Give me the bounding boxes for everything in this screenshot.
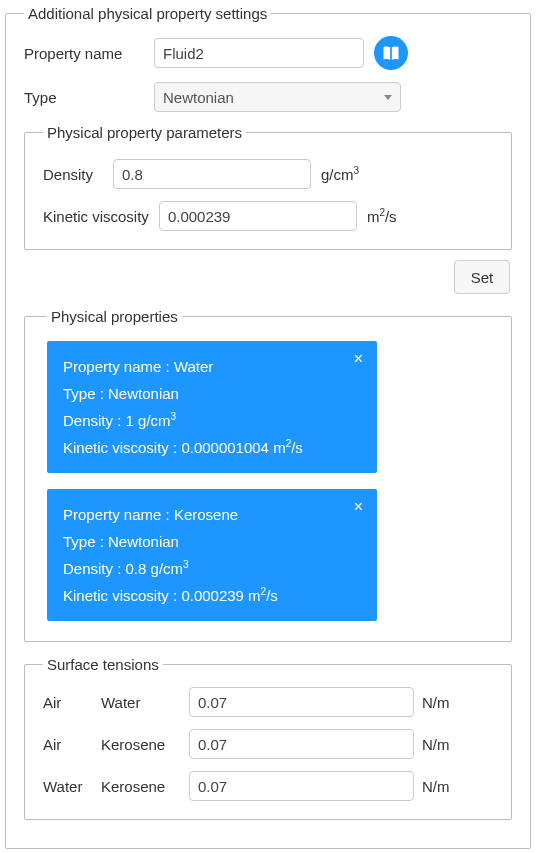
tension-unit: N/m — [422, 778, 450, 795]
book-icon[interactable] — [374, 36, 408, 70]
density-label: Density — [43, 166, 103, 183]
tension-fluid-a: Air — [43, 694, 93, 711]
card-viscosity: Kinetic viscosity : 0.000239 m2/s — [63, 582, 361, 609]
type-select[interactable]: Newtonian — [154, 82, 401, 112]
density-unit: g/cm3 — [321, 165, 359, 183]
viscosity-label: Kinetic viscosity — [43, 208, 149, 225]
tension-fluid-a: Air — [43, 736, 93, 753]
chevron-down-icon — [384, 95, 392, 100]
params-legend: Physical property parameters — [43, 124, 246, 141]
card-density: Density : 1 g/cm3 — [63, 407, 361, 434]
card-name: Property name : Kerosene — [63, 501, 361, 528]
tension-input[interactable] — [189, 771, 414, 801]
density-input[interactable] — [113, 159, 311, 189]
tensions-legend: Surface tensions — [43, 656, 163, 673]
tension-fluid-b: Kerosene — [101, 736, 181, 753]
tension-fluid-b: Water — [101, 694, 181, 711]
property-name-input[interactable] — [154, 38, 364, 68]
type-label: Type — [24, 89, 144, 106]
physical-property-parameters: Physical property parameters Density g/c… — [24, 124, 512, 250]
tension-unit: N/m — [422, 736, 450, 753]
card-type: Type : Newtonian — [63, 380, 361, 407]
main-legend: Additional physical property settings — [24, 5, 271, 22]
physical-properties: Physical properties × Property name : Wa… — [24, 308, 512, 642]
properties-legend: Physical properties — [47, 308, 182, 325]
card-viscosity: Kinetic viscosity : 0.000001004 m2/s — [63, 434, 361, 461]
card-name: Property name : Water — [63, 353, 361, 380]
set-button[interactable]: Set — [454, 260, 510, 294]
property-card: × Property name : Water Type : Newtonian… — [47, 341, 377, 473]
type-select-value: Newtonian — [163, 89, 234, 106]
viscosity-unit: m2/s — [367, 207, 397, 225]
close-icon[interactable]: × — [354, 351, 363, 367]
tension-fluid-a: Water — [43, 778, 93, 795]
tension-input[interactable] — [189, 729, 414, 759]
tension-unit: N/m — [422, 694, 450, 711]
tension-fluid-b: Kerosene — [101, 778, 181, 795]
card-type: Type : Newtonian — [63, 528, 361, 555]
additional-physical-property-settings: Additional physical property settings Pr… — [5, 5, 531, 849]
card-density: Density : 0.8 g/cm3 — [63, 555, 361, 582]
tension-input[interactable] — [189, 687, 414, 717]
property-name-label: Property name — [24, 45, 144, 62]
close-icon[interactable]: × — [354, 499, 363, 515]
property-card: × Property name : Kerosene Type : Newton… — [47, 489, 377, 621]
viscosity-input[interactable] — [159, 201, 357, 231]
surface-tensions: Surface tensions Air Water N/m Air Keros… — [24, 656, 512, 820]
